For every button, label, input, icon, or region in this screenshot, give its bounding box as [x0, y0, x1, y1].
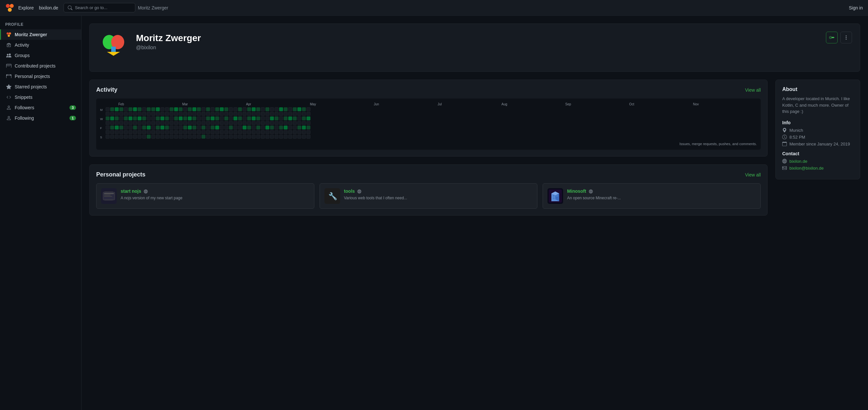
contrib-cell[interactable]: [234, 112, 237, 116]
contrib-cell[interactable]: [124, 135, 128, 139]
contrib-cell[interactable]: [288, 130, 292, 134]
contrib-cell[interactable]: [147, 107, 151, 111]
contrib-cell[interactable]: [302, 121, 306, 125]
contrib-cell[interactable]: [110, 116, 114, 120]
contrib-cell[interactable]: [284, 130, 288, 134]
contrib-cell[interactable]: [160, 112, 164, 116]
contrib-cell[interactable]: [307, 125, 310, 129]
contrib-cell[interactable]: [147, 130, 151, 134]
contrib-cell[interactable]: [169, 135, 174, 139]
contrib-cell[interactable]: [188, 135, 192, 139]
contrib-cell[interactable]: [192, 130, 196, 134]
contrib-cell[interactable]: [302, 125, 306, 129]
contrib-cell[interactable]: [115, 121, 119, 125]
contrib-cell[interactable]: [270, 125, 274, 129]
contrib-cell[interactable]: [284, 121, 288, 125]
contrib-cell[interactable]: [174, 116, 178, 120]
contrib-cell[interactable]: [106, 121, 110, 125]
contrib-cell[interactable]: [183, 116, 187, 120]
contrib-cell[interactable]: [174, 112, 178, 116]
key-button[interactable]: [826, 32, 838, 43]
contrib-cell[interactable]: [174, 130, 178, 134]
contrib-cell[interactable]: [284, 112, 288, 116]
contrib-cell[interactable]: [220, 112, 224, 116]
contrib-cell[interactable]: [229, 125, 233, 129]
contrib-cell[interactable]: [202, 125, 206, 129]
contrib-cell[interactable]: [256, 121, 260, 125]
sidebar-item-snippets[interactable]: Snippets: [0, 92, 81, 102]
contrib-cell[interactable]: [142, 107, 146, 111]
contrib-cell[interactable]: [197, 116, 201, 120]
contrib-cell[interactable]: [156, 116, 160, 120]
contrib-cell[interactable]: [156, 112, 160, 116]
contrib-cell[interactable]: [179, 112, 183, 116]
contrib-cell[interactable]: [147, 135, 151, 139]
contrib-cell[interactable]: [192, 107, 196, 111]
contrib-cell[interactable]: [211, 125, 215, 129]
contrib-cell[interactable]: [156, 125, 160, 129]
contrib-cell[interactable]: [238, 112, 242, 116]
contrib-cell[interactable]: [110, 135, 114, 139]
contrib-cell[interactable]: [243, 112, 247, 116]
contrib-cell[interactable]: [192, 125, 196, 129]
contrib-cell[interactable]: [302, 107, 306, 111]
contrib-cell[interactable]: [115, 135, 119, 139]
contrib-cell[interactable]: [151, 116, 155, 120]
contrib-cell[interactable]: [266, 107, 269, 111]
contrib-cell[interactable]: [211, 112, 215, 116]
contrib-cell[interactable]: [128, 130, 132, 134]
contrib-cell[interactable]: [169, 112, 174, 116]
contrib-cell[interactable]: [298, 112, 301, 116]
contrib-cell[interactable]: [110, 112, 114, 116]
contrib-cell[interactable]: [270, 121, 274, 125]
contrib-cell[interactable]: [197, 125, 201, 129]
contrib-cell[interactable]: [252, 121, 256, 125]
contrib-cell[interactable]: [224, 135, 228, 139]
contrib-cell[interactable]: [284, 107, 288, 111]
contrib-cell[interactable]: [124, 112, 128, 116]
contrib-cell[interactable]: [238, 130, 242, 134]
contrib-cell[interactable]: [133, 130, 137, 134]
contrib-cell[interactable]: [183, 125, 187, 129]
contrib-cell[interactable]: [165, 107, 169, 111]
contrib-cell[interactable]: [119, 130, 123, 134]
sidebar-item-followers[interactable]: Followers 3: [0, 102, 81, 113]
contrib-cell[interactable]: [266, 112, 269, 116]
contrib-cell[interactable]: [252, 112, 256, 116]
contrib-cell[interactable]: [279, 107, 283, 111]
contrib-cell[interactable]: [192, 116, 196, 120]
contrib-cell[interactable]: [165, 116, 169, 120]
contrib-cell[interactable]: [275, 130, 278, 134]
contrib-cell[interactable]: [220, 135, 224, 139]
contrib-cell[interactable]: [261, 125, 265, 129]
contrib-cell[interactable]: [165, 121, 169, 125]
contrib-cell[interactable]: [179, 130, 183, 134]
contrib-cell[interactable]: [115, 112, 119, 116]
contrib-cell[interactable]: [183, 112, 187, 116]
contrib-cell[interactable]: [288, 135, 292, 139]
contrib-cell[interactable]: [293, 112, 297, 116]
contrib-cell[interactable]: [151, 125, 155, 129]
contrib-cell[interactable]: [302, 112, 306, 116]
contrib-cell[interactable]: [247, 107, 251, 111]
contrib-cell[interactable]: [124, 116, 128, 120]
contrib-cell[interactable]: [124, 130, 128, 134]
contrib-cell[interactable]: [106, 107, 110, 111]
contrib-cell[interactable]: [279, 112, 283, 116]
contrib-cell[interactable]: [137, 116, 142, 120]
contrib-cell[interactable]: [202, 116, 206, 120]
contrib-cell[interactable]: [174, 107, 178, 111]
contrib-cell[interactable]: [275, 135, 278, 139]
contrib-cell[interactable]: [165, 135, 169, 139]
contrib-cell[interactable]: [266, 125, 269, 129]
contrib-cell[interactable]: [128, 116, 132, 120]
contrib-cell[interactable]: [179, 107, 183, 111]
contrib-cell[interactable]: [160, 107, 164, 111]
domain-link[interactable]: bixilon.de: [39, 5, 58, 10]
website-contact[interactable]: bixilon.de: [782, 159, 853, 164]
contrib-cell[interactable]: [192, 135, 196, 139]
contrib-cell[interactable]: [279, 125, 283, 129]
contrib-cell[interactable]: [238, 121, 242, 125]
contrib-cell[interactable]: [238, 107, 242, 111]
contrib-cell[interactable]: [229, 130, 233, 134]
